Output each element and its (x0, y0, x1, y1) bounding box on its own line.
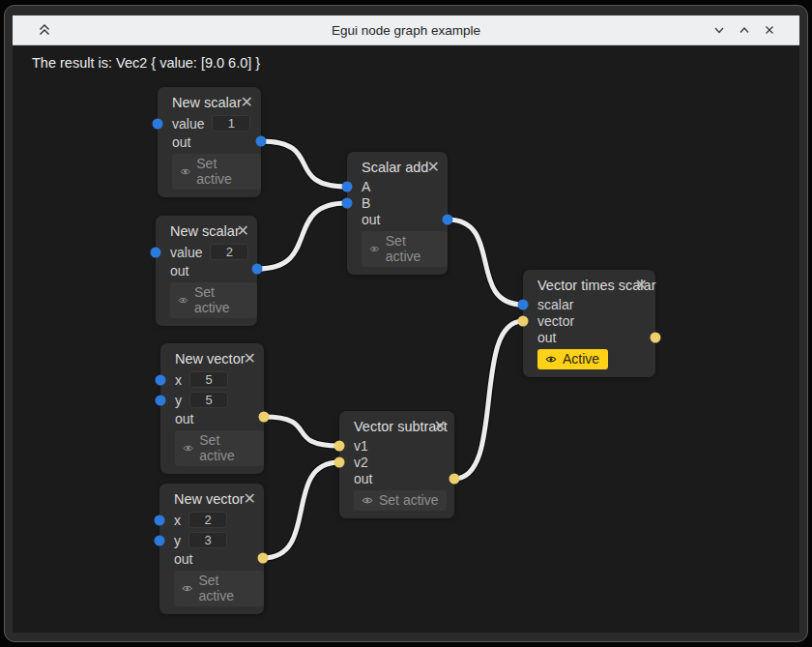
node-scalar-add[interactable]: Scalar add ✕ABout Set active (347, 152, 448, 275)
row-label: A (362, 179, 370, 194)
eye-icon (178, 295, 188, 306)
row-label: y (175, 393, 182, 408)
row-label: out (170, 263, 188, 279)
set-active-button[interactable]: Set active (175, 430, 264, 466)
node-row-value: value1 (158, 113, 261, 133)
close-node-icon[interactable]: ✕ (434, 416, 447, 437)
node-vector-subtract[interactable]: Vector subtract ✕v1v2out Set active (339, 411, 454, 518)
row-label: y (174, 533, 181, 548)
node-new-scalar-2[interactable]: New scalar ✕value2out Set active (156, 216, 257, 326)
row-label: B (362, 195, 370, 211)
close-node-icon[interactable]: ✕ (244, 488, 256, 510)
row-label: out (172, 134, 190, 150)
row-label: x (174, 513, 181, 528)
value-drag-input[interactable]: 1 (212, 115, 250, 132)
node-row-B: B (347, 194, 448, 211)
eye-icon (182, 583, 192, 594)
close-node-icon[interactable]: ✕ (241, 92, 253, 113)
value-drag-input[interactable]: 5 (189, 392, 228, 408)
connection-wire-outline (263, 462, 339, 558)
set-active-button[interactable]: Set active (174, 571, 264, 606)
connection-wire-outline (257, 203, 347, 269)
connection-wire (257, 203, 347, 269)
connection-wire (448, 220, 523, 305)
row-label: x (175, 372, 182, 388)
node-row-out: out (156, 262, 257, 279)
node-vector-times-scalar[interactable]: Vector times scalar ✕scalarvectorout Act… (523, 270, 655, 377)
node-row-scalar: scalar (523, 296, 655, 312)
node-row-out: out (160, 550, 264, 567)
node-title: New vector (174, 491, 245, 507)
connection-wire-outline (264, 417, 339, 446)
set-active-button[interactable]: Set active (362, 231, 448, 267)
node-row-out: out (347, 211, 448, 227)
node-title: New scalar (172, 95, 242, 110)
row-label: v1 (354, 438, 368, 454)
row-label: vector (537, 313, 574, 329)
eye-icon (180, 166, 190, 177)
button-label: Active (563, 351, 599, 367)
close-node-icon[interactable]: ✕ (635, 275, 648, 296)
connection-wire (261, 141, 347, 187)
node-new-vector-1[interactable]: New vector ✕x5y5out Set active (160, 343, 264, 474)
connection-wire-outline (454, 321, 523, 479)
node-title: Scalar add (362, 160, 428, 175)
set-active-button[interactable]: Set active (354, 490, 447, 511)
eye-icon (545, 354, 557, 365)
active-button[interactable]: Active (537, 349, 608, 369)
row-label: value (170, 245, 202, 260)
node-new-scalar-1[interactable]: New scalar ✕value1out Set active (158, 87, 261, 197)
row-label: scalar (537, 297, 573, 312)
row-label: out (362, 212, 380, 227)
value-drag-input[interactable]: 2 (188, 512, 227, 528)
value-drag-input[interactable]: 5 (189, 371, 228, 388)
close-node-icon[interactable]: ✕ (427, 157, 440, 178)
eye-icon (369, 244, 380, 254)
node-title: New vector (175, 351, 246, 367)
node-row-out: out (339, 470, 454, 486)
set-active-button[interactable]: Set active (172, 154, 261, 190)
connection-wire (454, 321, 523, 479)
button-label: Set active (379, 492, 438, 508)
node-title: New scalar (170, 223, 240, 239)
node-row-A: A (347, 178, 448, 194)
node-row-x: x5 (160, 369, 264, 390)
row-label: value (172, 116, 204, 132)
row-label: out (354, 471, 372, 486)
eye-icon (183, 443, 193, 454)
connection-wire (264, 417, 339, 446)
button-label: Set active (199, 432, 255, 463)
node-row-out: out (160, 410, 264, 426)
graph-stage: The result is: Vec2 { value: [9.0 6.0] }… (0, 0, 812, 647)
button-label: Set active (196, 156, 252, 187)
result-text: The result is: Vec2 { value: [9.0 6.0] } (32, 55, 260, 71)
node-new-vector-2[interactable]: New vector ✕x2y3out Set active (160, 484, 264, 614)
wires-layer (0, 0, 812, 647)
button-label: Set active (386, 233, 439, 264)
row-label: out (174, 551, 192, 567)
button-label: Set active (194, 284, 248, 315)
row-label: out (175, 411, 193, 426)
node-row-x: x2 (160, 510, 264, 530)
value-drag-input[interactable]: 3 (188, 532, 227, 548)
close-node-icon[interactable]: ✕ (244, 348, 256, 369)
eye-icon (362, 495, 373, 506)
node-row-v1: v1 (339, 437, 454, 454)
connection-wire-outline (261, 141, 347, 187)
value-drag-input[interactable]: 2 (210, 244, 248, 260)
set-active-button[interactable]: Set active (170, 282, 257, 318)
node-row-out: out (523, 329, 655, 345)
node-row-vector: vector (523, 312, 655, 329)
node-row-v2: v2 (339, 454, 454, 470)
row-label: v2 (354, 455, 368, 470)
node-row-value: value2 (156, 242, 257, 262)
row-label: out (537, 330, 556, 345)
node-row-y: y5 (160, 390, 264, 410)
connection-wire (263, 462, 339, 558)
node-row-out: out (158, 133, 261, 150)
node-row-y: y3 (160, 530, 264, 550)
close-node-icon[interactable]: ✕ (237, 221, 249, 242)
button-label: Set active (198, 573, 255, 603)
connection-wire-outline (448, 220, 523, 305)
